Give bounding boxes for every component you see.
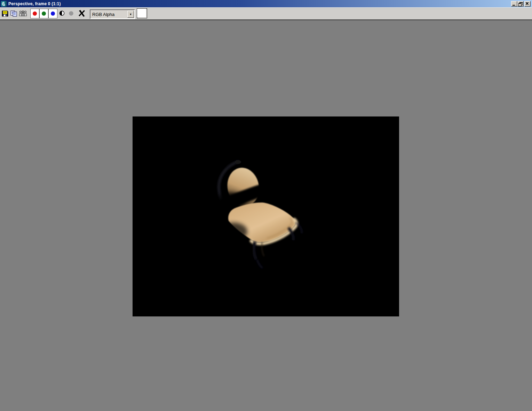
floppy-disk-icon [2,10,8,17]
titlebar: Perspective, frame 0 (1:1) [0,0,532,7]
alpha-channel-icon [59,10,65,16]
save-bitmap-button[interactable] [1,10,8,17]
monochrome-button[interactable] [66,9,76,18]
clear-x-icon [78,9,86,17]
blue-channel-button[interactable] [48,9,57,18]
green-channel-icon [41,11,46,16]
copy-bitmap-button[interactable] [10,10,18,17]
viewport-background [0,20,532,411]
channel-display-dropdown[interactable]: RGB Alpha ▼ [90,9,135,19]
clone-window-button[interactable] [18,10,27,17]
clone-figures-icon [19,10,27,17]
minimize-button[interactable] [511,1,517,7]
channel-display-value: RGB Alpha [92,12,127,17]
alpha-channel-button[interactable] [57,9,66,18]
window-title: Perspective, frame 0 (1:1) [8,1,61,6]
minimize-icon [513,5,515,6]
clear-color-swatch[interactable] [137,8,147,18]
red-channel-icon [32,11,37,16]
window-controls [510,1,531,7]
app-icon [1,1,7,7]
rendered-image[interactable] [133,116,399,316]
blue-channel-icon [50,11,55,16]
close-button[interactable] [524,1,531,7]
restore-button[interactable] [517,1,524,7]
toolbar: RGB Alpha ▼ [0,7,532,20]
swatch-color [137,9,146,17]
chair-render [133,116,399,316]
green-channel-button[interactable] [39,9,48,18]
red-channel-button[interactable] [30,9,39,18]
copy-icon [10,10,17,17]
monochrome-icon [69,11,74,16]
chevron-down-icon[interactable]: ▼ [127,11,134,18]
clear-button[interactable] [77,9,86,18]
